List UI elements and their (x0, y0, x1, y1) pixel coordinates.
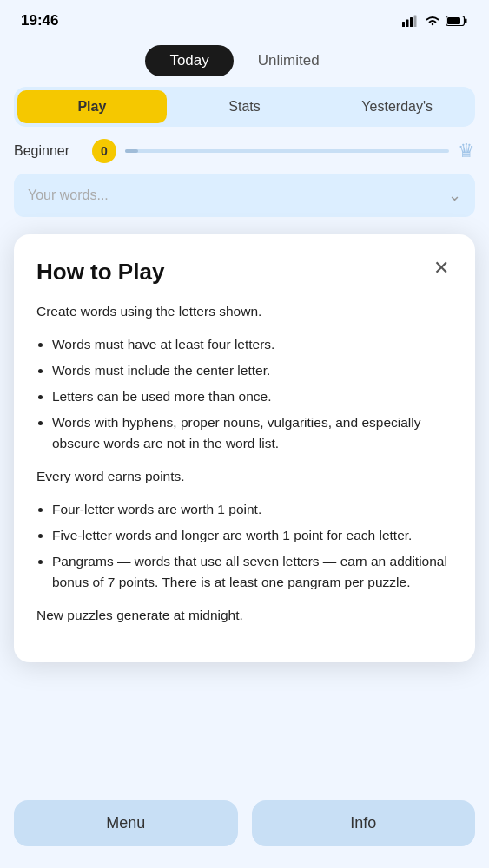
crown-icon: ♛ (458, 140, 475, 162)
modal-intro: Create words using the letters shown. (36, 301, 453, 322)
status-icons (402, 15, 468, 27)
rule-1: Words must have at least four letters. (52, 334, 453, 355)
svg-rect-2 (410, 17, 413, 27)
rule-3: Letters can be used more than once. (52, 386, 453, 407)
svg-rect-1 (406, 20, 409, 28)
today-button[interactable]: Today (145, 45, 233, 76)
scoring-list: Four-letter words are worth 1 point. Fiv… (52, 499, 453, 593)
level-badge: 0 (92, 139, 116, 163)
svg-rect-0 (402, 22, 405, 27)
your-words-row[interactable]: Your words... ⌄ (14, 174, 475, 217)
rule-4: Words with hyphens, proper nouns, vulgar… (52, 412, 453, 454)
tab-stats[interactable]: Stats (170, 90, 320, 123)
modal-rules-list: Words must have at least four letters. W… (52, 334, 453, 454)
svg-rect-5 (465, 19, 467, 23)
scoring-intro: Every word earns points. (36, 466, 453, 487)
signal-icon (402, 15, 420, 27)
level-slider[interactable] (125, 149, 449, 153)
wifi-icon (425, 15, 440, 27)
info-button[interactable]: Info (252, 800, 476, 846)
menu-button[interactable]: Menu (14, 800, 238, 846)
how-to-play-modal: How to Play ✕ Create words using the let… (14, 234, 475, 662)
scoring-1: Four-letter words are worth 1 point. (52, 499, 453, 520)
status-bar: 19:46 (0, 0, 489, 38)
svg-rect-6 (447, 17, 460, 24)
battery-icon (446, 15, 468, 27)
unlimited-button[interactable]: Unlimited (234, 45, 344, 76)
scoring-2: Five-letter words and longer are worth 1… (52, 525, 453, 546)
bottom-nav: Menu Info (0, 790, 489, 868)
level-row: Beginner 0 ♛ (0, 139, 489, 174)
chevron-down-icon: ⌄ (448, 186, 461, 205)
status-time: 19:46 (21, 12, 58, 30)
close-button[interactable]: ✕ (430, 259, 453, 278)
level-label: Beginner (14, 143, 83, 159)
tab-bar: Play Stats Yesterday's (14, 87, 475, 127)
modal-body: Create words using the letters shown. Wo… (36, 301, 453, 626)
tab-play[interactable]: Play (17, 90, 167, 123)
rule-2: Words must include the center letter. (52, 360, 453, 381)
modal-header: How to Play ✕ (36, 259, 453, 286)
mode-toggle: Today Unlimited (0, 45, 489, 76)
your-words-placeholder: Your words... (28, 187, 109, 203)
level-slider-fill (125, 149, 138, 153)
modal-title: How to Play (36, 259, 164, 286)
tab-yesterdays[interactable]: Yesterday's (322, 90, 472, 123)
svg-rect-3 (414, 16, 417, 28)
modal-footer: New puzzles generate at midnight. (36, 605, 453, 626)
scoring-3: Pangrams — words that use all seven lett… (52, 551, 453, 593)
